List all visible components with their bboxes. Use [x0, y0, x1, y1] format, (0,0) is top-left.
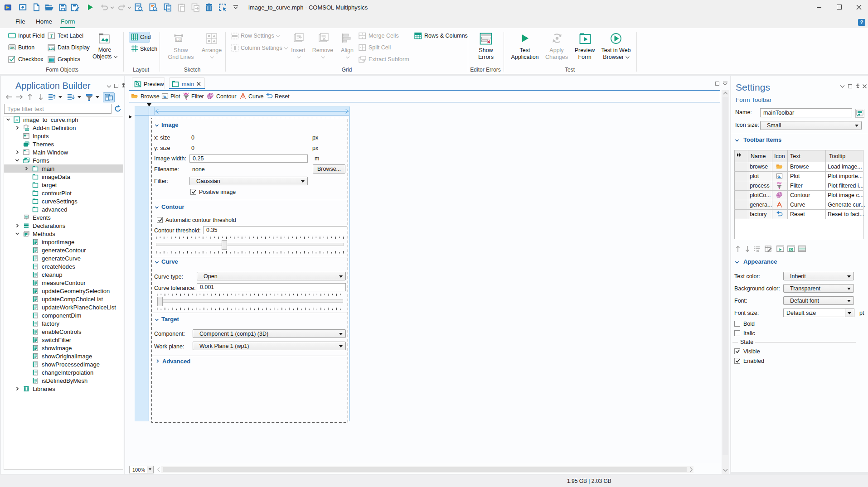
svg-text:1.23: 1.23 — [176, 38, 182, 41]
svg-text:OK: OK — [10, 46, 15, 50]
svg-text:1.23: 1.23 — [48, 47, 55, 50]
svg-text:T: T — [50, 34, 53, 39]
